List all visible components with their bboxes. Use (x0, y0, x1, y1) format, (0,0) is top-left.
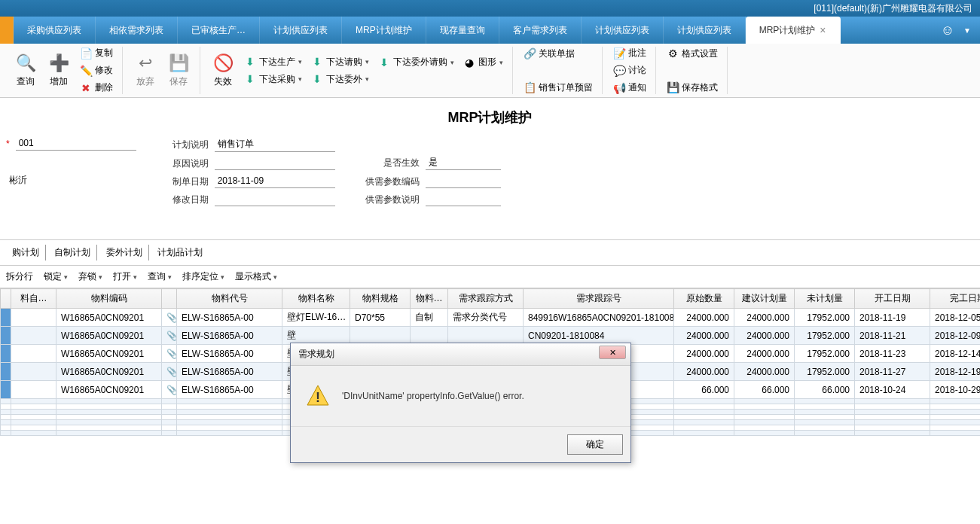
reason-field[interactable] (215, 157, 335, 170)
col-10[interactable]: 建议计划量 (734, 289, 795, 309)
format-button[interactable]: ⚙格式设置 (662, 46, 722, 62)
down-icon: ⬇ (311, 73, 323, 85)
pie-icon: ◕ (463, 56, 475, 69)
invalid-button[interactable]: 🚫失效 (206, 51, 240, 90)
plan-desc-field[interactable]: 销售订单 (215, 137, 335, 152)
tab-9-active[interactable]: MRP计划维护× (746, 17, 841, 44)
col-7[interactable]: 需求跟踪方式 (448, 289, 524, 309)
pencil-icon: ✏️ (80, 65, 92, 77)
copy-button[interactable]: 📄复制 (75, 45, 118, 61)
tab-5[interactable]: 现存量查询 (426, 17, 499, 44)
smiley-icon[interactable]: ☺ (941, 23, 954, 38)
param-code-label: 供需参数编码 (365, 175, 420, 188)
tab-0[interactable]: 采购供应列表 (14, 17, 96, 44)
down-prod-button[interactable]: ⬇下达生产▾ (240, 54, 307, 70)
col-8[interactable]: 需求跟踪号 (524, 289, 674, 309)
col-13[interactable]: 完工日期 (930, 289, 981, 309)
col-6[interactable]: 物料… (411, 289, 448, 309)
dialog-ok-button[interactable]: 确定 (567, 434, 623, 455)
tab-6[interactable]: 客户需求列表 (499, 17, 582, 44)
table-row[interactable]: W16865A0CN09201📎ELW-S16865A-00壁CN09201-1… (1, 327, 981, 345)
col-4[interactable]: 物料名称 (282, 289, 350, 309)
lock-button[interactable]: 锁定▾ (44, 270, 68, 283)
down-icon: ⬇ (244, 56, 256, 68)
col-1[interactable]: 物料编码 (56, 289, 162, 309)
subtab-self[interactable]: 自制计划 (48, 245, 97, 260)
copy-icon: 📄 (80, 47, 92, 59)
plus-icon: ➕ (48, 53, 69, 74)
close-icon[interactable]: × (820, 24, 826, 36)
down-icon: ⬇ (311, 56, 323, 68)
discard-button[interactable]: 弃锁▾ (78, 270, 102, 283)
down-outreq-button[interactable]: ⬇下达委外请购▾ (374, 54, 459, 70)
required-mark: * (6, 139, 10, 149)
col-clip[interactable] (162, 289, 177, 309)
display-button[interactable]: 显示格式▾ (235, 270, 277, 283)
col-9[interactable]: 原始数量 (674, 289, 734, 309)
creator-field: 彬沂 (6, 173, 127, 187)
svg-text:!: ! (316, 390, 320, 405)
query-button[interactable]: 🔍查询 (9, 51, 42, 90)
edit-button[interactable]: ✏️修改 (75, 62, 118, 78)
reason-label: 原因说明 (166, 157, 209, 170)
col-12[interactable]: 开工日期 (855, 289, 930, 309)
eff-field[interactable]: 是 (426, 155, 501, 170)
link-button[interactable]: 🔗关联单据 (519, 46, 597, 62)
trash-icon: ✖ (80, 82, 92, 94)
tab-1[interactable]: 相依需求列表 (96, 17, 178, 44)
tab-7[interactable]: 计划供应列表 (582, 17, 664, 44)
col-0[interactable]: 料自… (11, 289, 56, 309)
paperclip-icon: 📎 (166, 385, 177, 395)
tab-8[interactable]: 计划供应列表 (664, 17, 746, 44)
discuss-button[interactable]: 💬讨论 (609, 62, 651, 78)
bell-icon: 📢 (613, 82, 625, 94)
save-button[interactable]: 💾保存 (162, 51, 195, 90)
user-menu[interactable]: ☺ ▼ (941, 23, 971, 38)
subtab-plan[interactable]: 计划品计划 (151, 245, 209, 260)
subtab-purch[interactable]: 购计划 (6, 245, 46, 260)
paperclip-icon: 📎 (166, 367, 177, 377)
down-outsrc-button[interactable]: ⬇下达委外▾ (307, 72, 374, 87)
down-purch-button[interactable]: ⬇下达采购▾ (240, 72, 307, 87)
subtab-out[interactable]: 委外计划 (100, 245, 149, 260)
chart-button[interactable]: ◕图形▾ (459, 54, 508, 70)
table-row[interactable]: W16865A0CN09201📎ELW-S16865A-00壁灯ELW-16…D… (1, 309, 981, 327)
delete-button[interactable]: ✖删除 (75, 80, 118, 96)
cancel-icon: 🚫 (212, 53, 234, 74)
paperclip-icon: 📎 (166, 331, 177, 341)
tab-4[interactable]: MRP计划维护 (342, 17, 426, 44)
paperclip-icon: 📎 (166, 349, 177, 359)
col-3[interactable]: 物料代号 (177, 289, 282, 309)
chat-icon: 💬 (613, 65, 625, 77)
document-tabbar: 采购供应列表 相依需求列表 已审核生产… 计划供应列表 MRP计划维护 现存量查… (0, 17, 980, 44)
down-req-button[interactable]: ⬇下达请购▾ (307, 54, 374, 70)
preview-button[interactable]: 📋销售订单预留 (519, 80, 597, 96)
undo-button[interactable]: ↩放弃 (129, 51, 162, 90)
error-dialog: 需求规划 ✕ ! 'DInvUnitName' propertyInfo.Get… (290, 343, 631, 463)
mod-date-field[interactable] (215, 193, 335, 206)
dialog-title: 需求规划 ✕ (291, 343, 630, 366)
open-button[interactable]: 打开▾ (113, 270, 137, 283)
add-button[interactable]: ➕增加 (42, 51, 75, 90)
col-5[interactable]: 物料规格 (350, 289, 411, 309)
undo-icon: ↩ (135, 53, 156, 74)
chevron-down-icon[interactable]: ▼ (963, 26, 971, 35)
code-field[interactable]: 001 (16, 137, 136, 151)
param-code-field[interactable] (426, 175, 501, 188)
approve-button[interactable]: 📝批注 (609, 45, 651, 61)
sort-button[interactable]: 排序定位▾ (182, 270, 224, 283)
col-11[interactable]: 未计划量 (795, 289, 855, 309)
tab-3[interactable]: 计划供应列表 (260, 17, 342, 44)
create-date-field[interactable]: 2018-11-09 (215, 175, 335, 188)
notify-button[interactable]: 📢通知 (609, 80, 651, 96)
tab-2[interactable]: 已审核生产… (178, 17, 260, 44)
save-icon: 💾 (168, 53, 189, 74)
home-tab[interactable] (0, 17, 14, 44)
saveformat-button[interactable]: 💾保存格式 (662, 80, 722, 96)
query2-button[interactable]: 查询▾ (148, 270, 172, 283)
split-button[interactable]: 拆分行 (6, 270, 33, 283)
param-desc-field[interactable] (426, 193, 501, 206)
table-header: 料自… 物料编码 物料代号 物料名称 物料规格 物料… 需求跟踪方式 需求跟踪号… (1, 289, 981, 309)
dialog-close-button[interactable]: ✕ (599, 346, 626, 359)
eff-label: 是否生效 (365, 157, 420, 169)
